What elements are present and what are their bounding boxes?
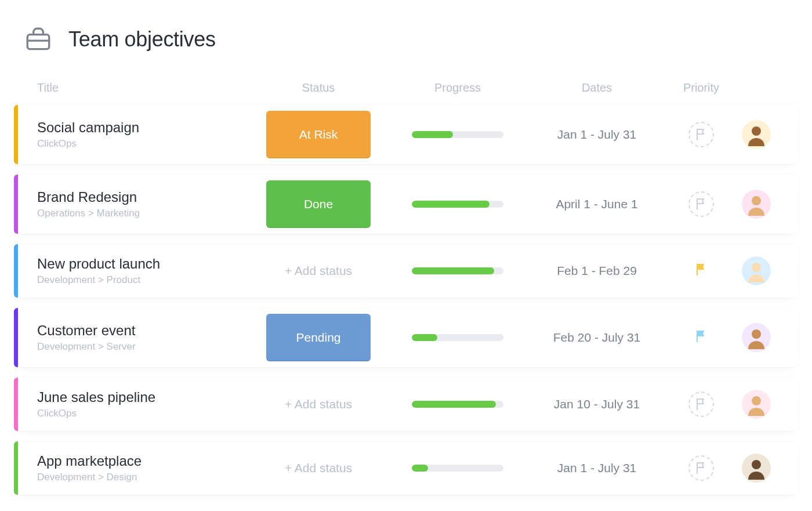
svg-point-1 [752, 126, 761, 136]
priority-flag-empty[interactable] [688, 122, 714, 147]
status-chip[interactable]: Pending [266, 314, 371, 361]
priority-flag-empty[interactable] [688, 455, 714, 481]
objective-title-block: Brand Redesign Operations > Marketing [37, 189, 246, 219]
svg-point-2 [752, 196, 761, 205]
assignee-avatar[interactable] [742, 120, 771, 149]
progress-bar[interactable] [412, 131, 503, 138]
objective-name[interactable]: New product launch [37, 256, 246, 272]
progress-bar[interactable] [412, 267, 503, 274]
svg-rect-0 [27, 35, 49, 49]
progress-bar[interactable] [412, 334, 503, 341]
col-header-progress: Progress [391, 81, 524, 95]
assignee-avatar[interactable] [742, 454, 771, 483]
objective-breadcrumb[interactable]: ClickOps [37, 408, 246, 419]
date-range[interactable]: Jan 10 - July 31 [554, 397, 640, 411]
objective-breadcrumb[interactable]: Development > Product [37, 274, 246, 286]
assignee-avatar[interactable] [742, 256, 771, 285]
table-row[interactable]: Customer event Development > Server Pend… [14, 308, 798, 367]
objective-title-block: Social campaign ClickOps [37, 119, 246, 150]
assignee-avatar[interactable] [742, 190, 771, 219]
col-header-status: Status [246, 81, 391, 95]
progress-fill [412, 131, 453, 138]
table-row[interactable]: June sales pipeline ClickOps + Add statu… [14, 378, 798, 431]
flag-icon[interactable] [694, 263, 708, 279]
progress-fill [412, 201, 490, 208]
col-header-dates: Dates [524, 81, 669, 95]
progress-fill [412, 334, 437, 341]
flag-icon[interactable] [694, 329, 708, 346]
objective-title-block: June sales pipeline ClickOps [37, 389, 246, 419]
objective-title-block: App marketplace Development > Design [37, 453, 246, 483]
objective-name[interactable]: Customer event [37, 322, 246, 339]
svg-point-6 [752, 460, 761, 469]
objective-breadcrumb[interactable]: Operations > Marketing [37, 208, 246, 219]
progress-fill [412, 267, 494, 274]
date-range[interactable]: Feb 1 - Feb 29 [557, 264, 637, 278]
table-row[interactable]: Social campaign ClickOps At Risk Jan 1 -… [14, 105, 798, 164]
date-range[interactable]: Feb 20 - July 31 [553, 331, 641, 345]
progress-fill [412, 401, 496, 408]
objective-list: Social campaign ClickOps At Risk Jan 1 -… [14, 105, 798, 495]
table-row[interactable]: App marketplace Development > Design + A… [14, 441, 798, 495]
objective-title-block: New product launch Development > Product [37, 256, 246, 286]
status-chip[interactable]: Done [266, 180, 371, 228]
progress-bar[interactable] [412, 401, 503, 408]
svg-point-4 [752, 329, 761, 339]
date-range[interactable]: Jan 1 - July 31 [557, 128, 637, 142]
objective-name[interactable]: June sales pipeline [37, 389, 246, 405]
objective-title-block: Customer event Development > Server [37, 322, 246, 353]
add-status-button[interactable]: + Add status [285, 397, 352, 411]
table-row[interactable]: New product launch Development > Product… [14, 244, 798, 298]
objective-name[interactable]: Social campaign [37, 119, 246, 136]
objective-name[interactable]: App marketplace [37, 453, 246, 469]
briefcase-icon [22, 23, 55, 56]
column-headers: Title Status Progress Dates Priority [14, 81, 798, 105]
col-header-priority: Priority [669, 81, 733, 95]
add-status-button[interactable]: + Add status [285, 264, 352, 278]
date-range[interactable]: Jan 1 - July 31 [557, 461, 637, 475]
priority-flag-empty[interactable] [688, 392, 714, 417]
col-header-title: Title [37, 81, 246, 95]
progress-fill [412, 465, 428, 472]
objective-breadcrumb[interactable]: ClickOps [37, 138, 246, 150]
progress-bar[interactable] [412, 201, 503, 208]
progress-bar[interactable] [412, 465, 503, 472]
page-title: Team objectives [68, 27, 216, 52]
priority-flag-empty[interactable] [688, 191, 714, 217]
table-row[interactable]: Brand Redesign Operations > Marketing Do… [14, 175, 798, 234]
objective-breadcrumb[interactable]: Development > Server [37, 341, 246, 353]
objective-breadcrumb[interactable]: Development > Design [37, 472, 246, 483]
date-range[interactable]: April 1 - June 1 [556, 197, 637, 211]
assignee-avatar[interactable] [742, 323, 771, 352]
add-status-button[interactable]: + Add status [285, 461, 352, 475]
objective-name[interactable]: Brand Redesign [37, 189, 246, 205]
page-header: Team objectives [14, 23, 798, 56]
status-chip[interactable]: At Risk [266, 111, 371, 158]
assignee-avatar[interactable] [742, 390, 771, 419]
svg-point-5 [752, 396, 761, 405]
svg-point-3 [752, 263, 761, 272]
